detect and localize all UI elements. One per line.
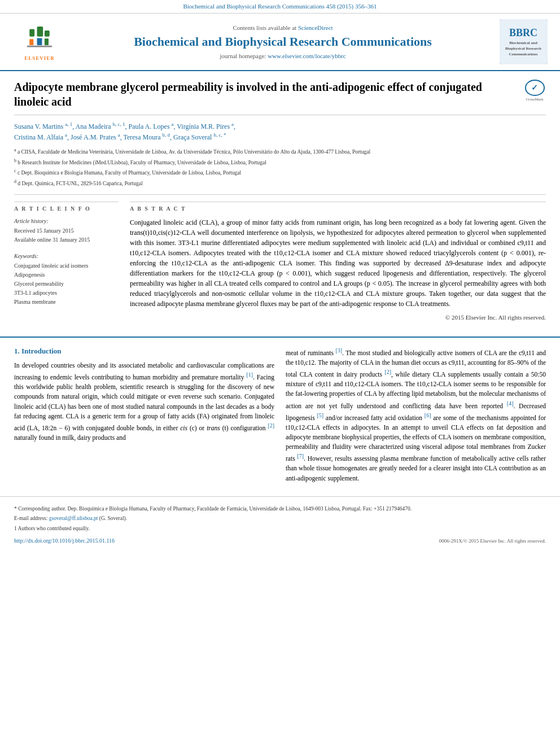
svg-text:Biophysical Research: Biophysical Research: [505, 46, 541, 51]
keyword-1: Conjugated linoleic acid isomers: [14, 262, 119, 270]
abstract-header: A B S T R A C T: [130, 202, 546, 213]
journal-homepage-line: journal homepage: www.elsevier.com/locat…: [79, 52, 487, 60]
keyword-5: Plasma membrane: [14, 298, 119, 306]
footnote-email: E-mail address: gsoveral@ff.ulisboa.pt (…: [14, 515, 546, 522]
svg-text:BBRC: BBRC: [509, 27, 537, 38]
intro-right-column: meat of ruminants [3]. The most studied …: [286, 346, 546, 488]
abstract-text: Conjugated linoleic acid (CLA), a group …: [130, 217, 546, 309]
svg-rect-6: [27, 46, 52, 47]
footnote-corresponding: * Corresponding author. Dep. Bioquímica …: [14, 505, 546, 513]
author-ana: Ana Madeira b, c, 1: [76, 123, 125, 130]
elsevier-label: ELSEVIER: [24, 55, 55, 62]
affiliation-c: c c Dept. Bioquímica e Biologia Humana, …: [14, 168, 546, 177]
history-label: Article history:: [14, 217, 119, 225]
abstract-column: A B S T R A C T Conjugated linoleic acid…: [130, 202, 546, 327]
author-susana: Susana V. Martins a, 1: [14, 123, 72, 130]
author-teresa: Teresa Moura b, d: [123, 133, 170, 141]
affiliation-b: b b Research Institute for Medicines (iM…: [14, 158, 546, 167]
article-info-header: A R T I C L E I N F O: [14, 202, 119, 213]
journal-title: Biochemical and Biophysical Research Com…: [79, 34, 487, 49]
copyright-text: © 2015 Elsevier Inc. All rights reserved…: [130, 313, 546, 322]
article-content: Adipocyte membrane glycerol permeability…: [0, 71, 560, 336]
crossmark-icon: ✓: [525, 80, 545, 95]
contents-available-text: Contents lists available at ScienceDirec…: [79, 24, 487, 32]
article-info-column: A R T I C L E I N F O Article history: R…: [14, 202, 119, 327]
available-date: Available online 31 January 2015: [14, 236, 119, 244]
keywords-label: Keywords:: [14, 252, 119, 260]
bbrc-logo-area: BBRC Biochemical and Biophysical Researc…: [498, 19, 549, 64]
author-jose: José A.M. Prates a: [71, 133, 120, 141]
svg-rect-1: [37, 27, 43, 37]
crossmark-label: CrossMark: [526, 97, 543, 103]
intro-left-column: 1. Introduction In developed countries o…: [14, 346, 274, 488]
svg-rect-5: [45, 38, 49, 45]
authors-line: Susana V. Martins a, 1, Ana Madeira b, c…: [14, 121, 546, 142]
journal-ref-text: Biochemical and Biophysical Research Com…: [183, 3, 377, 10]
author-cristina: Cristina M. Alfaia a: [14, 133, 67, 141]
affiliations-section: a a CIISA, Faculdade de Medicina Veterin…: [14, 147, 546, 195]
footer-section: * Corresponding author. Dep. Bioquímica …: [0, 496, 560, 551]
intro-section-title: 1. Introduction: [14, 346, 274, 356]
elsevier-tree-icon: [23, 27, 56, 49]
bbrc-logo: BBRC Biochemical and Biophysical Researc…: [500, 19, 548, 64]
affiliation-d: d d Dept. Química, FCT-UNL, 2829-516 Cap…: [14, 178, 546, 187]
journal-header: ELSEVIER Contents lists available at Sci…: [0, 14, 560, 71]
email-link[interactable]: gsoveral@ff.ulisboa.pt: [49, 516, 98, 521]
introduction-columns: 1. Introduction In developed countries o…: [14, 346, 546, 488]
footer-bottom-bar: http://dx.doi.org/10.1016/j.bbrc.2015.01…: [14, 537, 546, 545]
doi-link[interactable]: http://dx.doi.org/10.1016/j.bbrc.2015.01…: [14, 537, 115, 545]
received-date: Received 15 January 2015: [14, 227, 119, 235]
keyword-3: Glycerol permeability: [14, 280, 119, 288]
bbrc-logo-image: BBRC Biochemical and Biophysical Researc…: [500, 19, 548, 64]
elsevier-logo: [17, 23, 62, 54]
journal-title-area: Contents lists available at ScienceDirec…: [68, 24, 498, 60]
article-title-section: Adipocyte membrane glycerol permeability…: [14, 80, 546, 115]
crossmark-badge: ✓ CrossMark: [523, 80, 546, 102]
info-abstract-columns: A R T I C L E I N F O Article history: R…: [14, 202, 546, 327]
svg-text:Biochemical and: Biochemical and: [509, 41, 537, 45]
svg-rect-0: [29, 29, 34, 37]
svg-text:Communications: Communications: [509, 52, 537, 56]
author-graca: Graça Soveral b, c, *: [173, 133, 226, 141]
intro-paragraph-right: meat of ruminants [3]. The most studied …: [286, 346, 546, 483]
svg-rect-2: [45, 30, 50, 37]
footnote-equal: 1 Authors who contributed equally.: [14, 525, 546, 532]
author-paula: Paula A. Lopes a: [129, 123, 174, 130]
sciencedirect-link[interactable]: ScienceDirect: [298, 24, 333, 31]
journal-reference-bar: Biochemical and Biophysical Research Com…: [0, 0, 560, 14]
abstract-section: A B S T R A C T Conjugated linoleic acid…: [130, 202, 546, 322]
article-title: Adipocyte membrane glycerol permeability…: [14, 80, 523, 109]
article-info-section: A R T I C L E I N F O Article history: R…: [14, 202, 119, 244]
svg-rect-3: [29, 39, 33, 45]
publisher-logo-area: ELSEVIER: [11, 23, 68, 62]
homepage-link[interactable]: www.elsevier.com/locate/ybbrc: [268, 53, 346, 59]
affiliation-a: a a CIISA, Faculdade de Medicina Veterin…: [14, 147, 546, 156]
author-virginia: Virgínia M.R. Pires a: [177, 123, 234, 130]
main-content-area: 1. Introduction In developed countries o…: [0, 337, 560, 496]
intro-title-text: Introduction: [21, 347, 62, 355]
keywords-section: Keywords: Conjugated linoleic acid isome…: [14, 252, 119, 306]
keyword-4: 3T3-L1 adipocytes: [14, 289, 119, 297]
intro-paragraph-1: In developed countries obesity and its a…: [14, 361, 274, 443]
svg-rect-4: [37, 38, 42, 45]
issn-text: 0006-291X/© 2015 Elsevier Inc. All right…: [439, 538, 546, 545]
keyword-2: Adipogenesis: [14, 271, 119, 279]
